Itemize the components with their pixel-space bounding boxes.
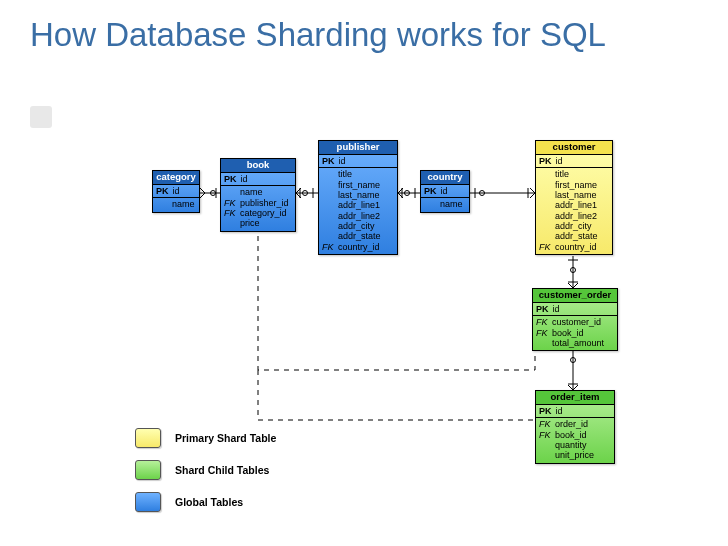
entity-customer: customer PKid title first_name last_name… bbox=[535, 140, 613, 255]
svg-line-3 bbox=[200, 193, 205, 198]
entity-header: country bbox=[421, 171, 469, 185]
svg-point-20 bbox=[480, 191, 485, 196]
entity-order-item: order_item PKid FKorder_id FKbook_id qua… bbox=[535, 390, 615, 464]
entity-customer-order: customer_order PKid FKcustomer_id FKbook… bbox=[532, 288, 618, 351]
legend-swatch-blue bbox=[135, 492, 161, 512]
legend-row-child: Shard Child Tables bbox=[135, 460, 276, 480]
entity-header: book bbox=[221, 159, 295, 173]
svg-point-26 bbox=[571, 268, 576, 273]
entity-category: category PKid name bbox=[152, 170, 200, 213]
svg-point-8 bbox=[303, 191, 308, 196]
svg-point-4 bbox=[211, 191, 216, 196]
legend: Primary Shard Table Shard Child Tables G… bbox=[135, 428, 276, 524]
legend-swatch-green bbox=[135, 460, 161, 480]
svg-line-2 bbox=[200, 188, 205, 193]
entity-publisher: publisher PKid title first_name last_nam… bbox=[318, 140, 398, 255]
entity-header: customer bbox=[536, 141, 612, 155]
legend-label: Global Tables bbox=[175, 496, 243, 508]
entity-book: book PKid name FKpublisher_id FKcategory… bbox=[220, 158, 296, 232]
diagram-canvas: category PKid name book PKid name FKpubl… bbox=[0, 0, 728, 546]
entity-header: order_item bbox=[536, 391, 614, 405]
legend-row-primary: Primary Shard Table bbox=[135, 428, 276, 448]
entity-country: country PKid name bbox=[420, 170, 470, 213]
legend-swatch-yellow bbox=[135, 428, 161, 448]
legend-label: Shard Child Tables bbox=[175, 464, 269, 476]
relationship-lines bbox=[0, 0, 728, 546]
entity-header: category bbox=[153, 171, 199, 185]
legend-label: Primary Shard Table bbox=[175, 432, 276, 444]
svg-point-32 bbox=[571, 358, 576, 363]
svg-line-10 bbox=[296, 188, 301, 193]
entity-header: customer_order bbox=[533, 289, 617, 303]
svg-line-11 bbox=[296, 193, 301, 198]
svg-point-14 bbox=[405, 191, 410, 196]
svg-line-16 bbox=[398, 188, 403, 193]
entity-header: publisher bbox=[319, 141, 397, 155]
legend-row-global: Global Tables bbox=[135, 492, 276, 512]
svg-line-17 bbox=[398, 193, 403, 198]
pk-row: PKid bbox=[153, 185, 199, 198]
